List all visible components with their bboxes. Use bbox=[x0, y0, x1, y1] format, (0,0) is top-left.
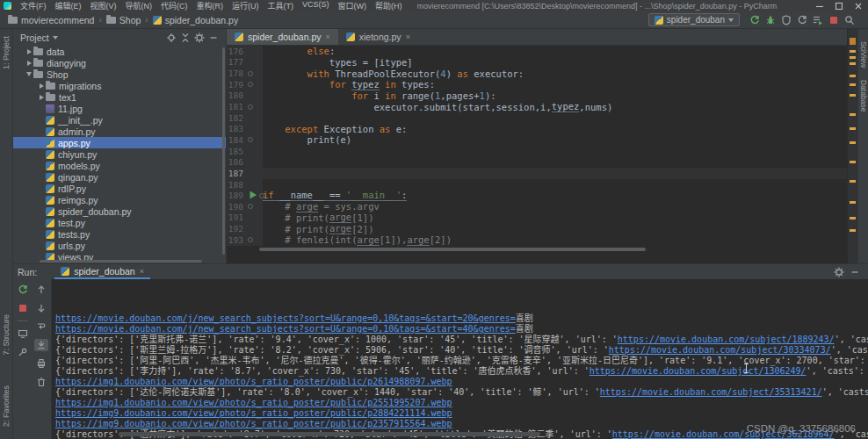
tree-arrow-icon[interactable] bbox=[37, 95, 46, 100]
console-link[interactable]: https://movie.douban.com/j/new_search_su… bbox=[55, 313, 516, 323]
console-link[interactable]: https://img1.doubanio.com/view/photo/s_r… bbox=[55, 398, 452, 407]
rerun-icon[interactable] bbox=[747, 13, 763, 27]
code-line-191[interactable]: 191 # print(arge[1]) bbox=[227, 212, 847, 224]
menu-item-7[interactable]: 工具(T) bbox=[264, 0, 299, 11]
console-link[interactable]: https://movie.douban.com/subject/1889243… bbox=[618, 335, 835, 344]
tree-item-1[interactable]: diangying bbox=[13, 57, 226, 68]
tree-item-6[interactable]: __init__.py bbox=[13, 114, 226, 126]
menu-item-9[interactable]: 窗口(W) bbox=[334, 0, 372, 11]
console-link[interactable]: https://img9.doubanio.com/view/photo/s_r… bbox=[55, 408, 452, 418]
menu-item-3[interactable]: 导航(N) bbox=[121, 0, 157, 11]
print-icon[interactable] bbox=[34, 357, 48, 370]
project-panel-title[interactable]: Project bbox=[20, 32, 49, 43]
close-icon[interactable]: × bbox=[140, 267, 144, 276]
down-icon[interactable] bbox=[34, 302, 48, 314]
code-line-187[interactable]: 187 bbox=[227, 168, 847, 179]
breadcrumb-item-1[interactable]: Shop bbox=[104, 15, 144, 25]
menu-item-1[interactable]: 编辑(E) bbox=[51, 0, 86, 11]
code-editor[interactable]: 176 else:177 types = [itype]178 with Thr… bbox=[227, 46, 847, 263]
scrollend-icon[interactable] bbox=[34, 339, 48, 351]
gutter-mark[interactable] bbox=[246, 134, 263, 146]
tree-item-3[interactable]: migrations bbox=[13, 80, 226, 91]
code-line-184[interactable]: 184 print(e) bbox=[227, 134, 847, 146]
search-icon[interactable] bbox=[842, 13, 857, 27]
console-link[interactable]: https://movie.douban.com/subject/3531342… bbox=[600, 387, 822, 397]
run-line-icon[interactable] bbox=[248, 190, 258, 202]
code-line-185[interactable]: 185 bbox=[227, 146, 847, 157]
gear-icon[interactable] bbox=[831, 267, 847, 277]
run-tab-spider-douban[interactable]: spider_douban × bbox=[54, 264, 150, 279]
close-icon[interactable]: × bbox=[406, 32, 410, 41]
gutter-mark[interactable] bbox=[246, 68, 263, 79]
gutter-mark[interactable] bbox=[246, 234, 263, 246]
tree-arrow-icon[interactable] bbox=[25, 72, 33, 76]
tree-item-7[interactable]: admin.py bbox=[13, 126, 226, 137]
stripe-mark-11[interactable] bbox=[850, 180, 856, 183]
tool-button-sciview[interactable]: SciView bbox=[859, 41, 868, 68]
locate-icon[interactable] bbox=[164, 32, 178, 43]
stripe-mark-6[interactable] bbox=[850, 94, 856, 97]
stop-icon[interactable] bbox=[826, 13, 842, 27]
menu-item-4[interactable]: 代码(C) bbox=[156, 0, 192, 11]
up-icon[interactable] bbox=[34, 284, 48, 296]
gutter-mark[interactable] bbox=[246, 101, 263, 112]
collapse-icon[interactable] bbox=[178, 32, 192, 43]
breadcrumb-item-2[interactable]: spider_douban.py bbox=[150, 15, 241, 25]
close-button[interactable] bbox=[849, 0, 868, 11]
menu-item-6[interactable]: 运行(U) bbox=[228, 0, 264, 11]
tool-button-database[interactable]: Database bbox=[859, 80, 868, 112]
code-line-181[interactable]: 181 executor.submit(start,session,i,type… bbox=[227, 101, 847, 112]
stripe-mark-5[interactable] bbox=[850, 83, 856, 86]
bug-icon[interactable] bbox=[763, 13, 778, 27]
code-line-176[interactable]: 176 else: bbox=[227, 46, 847, 57]
menu-item-10[interactable]: 帮助(H) bbox=[371, 0, 407, 11]
maximize-button[interactable] bbox=[829, 0, 849, 11]
menu-item-0[interactable]: 文件(F) bbox=[16, 0, 51, 11]
tree-item-16[interactable]: tests.py bbox=[13, 228, 226, 240]
trash-icon[interactable] bbox=[34, 376, 48, 388]
restart-icon[interactable] bbox=[794, 13, 810, 27]
run-console[interactable]: https://movie.douban.com/j/new_search_su… bbox=[52, 279, 868, 439]
gutter-mark[interactable] bbox=[246, 201, 263, 212]
gutter-mark[interactable] bbox=[246, 79, 263, 90]
tree-vertical-scrollbar[interactable] bbox=[222, 47, 225, 255]
stop-icon[interactable] bbox=[16, 302, 30, 314]
tree-item-17[interactable]: urls.py bbox=[13, 240, 226, 251]
stripe-mark-3[interactable] bbox=[850, 62, 856, 65]
tree-arrow-icon[interactable] bbox=[37, 83, 46, 89]
menu-item-5[interactable]: 重构(R) bbox=[192, 0, 228, 11]
tree-item-4[interactable]: tex1 bbox=[13, 91, 226, 103]
menu-item-8[interactable]: VCS(S) bbox=[298, 0, 334, 11]
close-icon[interactable]: × bbox=[325, 32, 329, 41]
stripe-mark-14[interactable] bbox=[850, 229, 856, 232]
breadcrumb-item-0[interactable]: movierecommend bbox=[5, 15, 97, 25]
code-line-190[interactable]: 190 # arge = sys.argv bbox=[227, 201, 847, 212]
code-line-178[interactable]: 178 with ThreadPoolExecutor(4) as execut… bbox=[227, 68, 847, 79]
code-line-192[interactable]: 192 # print(arge[2]) bbox=[227, 223, 847, 234]
console-link[interactable]: https://img1.doubanio.com/view/photo/s_r… bbox=[55, 377, 452, 386]
stripe-mark-4[interactable] bbox=[850, 75, 856, 77]
stripe-mark-12[interactable] bbox=[850, 201, 856, 204]
tree-item-0[interactable]: data bbox=[13, 46, 226, 57]
tree-item-13[interactable]: reimgs.py bbox=[13, 194, 226, 205]
code-line-193[interactable]: 193 # fenlei(int(arge[1]),arge[2]) bbox=[227, 234, 847, 246]
console-link[interactable]: https://movie.douban.com/j/new_search_su… bbox=[55, 324, 516, 334]
run-configuration-select[interactable]: spider_douban bbox=[648, 13, 740, 26]
code-line-179[interactable]: 179 for typez in types: bbox=[227, 79, 847, 90]
runlist-icon[interactable] bbox=[810, 13, 826, 27]
stripe-mark-8[interactable] bbox=[850, 127, 856, 130]
code-line-180[interactable]: 180 for i in range(1,pages+1): bbox=[227, 90, 847, 102]
console-horizontal-scrollbar[interactable] bbox=[119, 432, 540, 436]
tree-item-10[interactable]: models.py bbox=[13, 160, 226, 171]
stripe-mark-7[interactable] bbox=[850, 113, 856, 116]
stripe-mark-1[interactable] bbox=[850, 50, 856, 53]
minimize-button[interactable] bbox=[810, 0, 829, 11]
pin-icon[interactable] bbox=[16, 346, 30, 358]
code-line-189[interactable]: 189if __name__ == '__main__': bbox=[227, 190, 847, 201]
rerun-icon[interactable] bbox=[16, 284, 30, 296]
tree-item-14[interactable]: spider_douban.py bbox=[13, 205, 226, 217]
tree-horizontal-scrollbar[interactable] bbox=[40, 260, 202, 263]
stripe-mark-0[interactable] bbox=[850, 38, 856, 45]
gear-icon[interactable] bbox=[192, 32, 206, 43]
tree-arrow-icon[interactable] bbox=[25, 61, 33, 66]
